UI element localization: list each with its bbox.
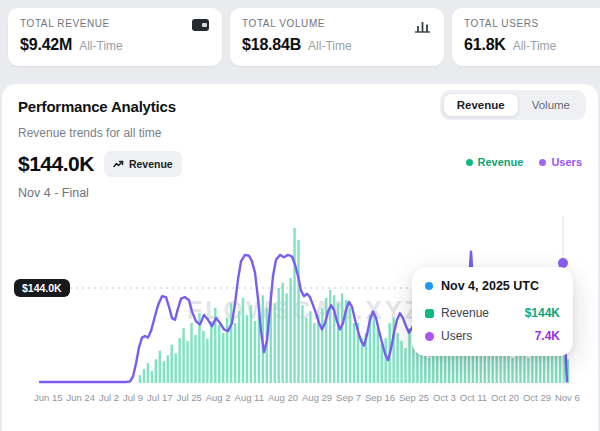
revenue-bar <box>289 278 291 383</box>
revenue-bar <box>499 355 501 383</box>
legend-item-revenue[interactable]: Revenue <box>466 156 524 168</box>
legend-item-users[interactable]: Users <box>539 156 582 168</box>
x-tick: Oct 20 <box>491 392 519 403</box>
revenue-bar <box>139 375 141 383</box>
x-tick: Sep 7 <box>336 392 361 403</box>
revenue-bar <box>143 369 145 383</box>
revenue-bar <box>511 358 513 383</box>
revenue-bar <box>353 323 355 383</box>
revenue-bar <box>242 298 244 383</box>
legend-dot-icon <box>539 159 546 166</box>
x-tick: Jun 15 <box>34 392 63 403</box>
stat-card-label: TOTAL VOLUME <box>242 18 432 29</box>
toggle-option-revenue[interactable]: Revenue <box>443 93 519 117</box>
revenue-bar <box>202 331 204 383</box>
chart-tooltip: Nov 4, 2025 UTC Revenue$144KUsers7.4K <box>412 267 573 356</box>
badge-label: Revenue <box>129 158 173 170</box>
stat-card-label: TOTAL USERS <box>464 18 600 29</box>
revenue-bar <box>523 353 525 383</box>
revenue-bar <box>186 341 188 383</box>
revenue-bar <box>278 288 280 383</box>
crosshair-value-pill: $144.0K <box>14 279 70 297</box>
series-toggle: Revenue Volume <box>440 90 586 120</box>
revenue-bar <box>222 333 224 383</box>
revenue-bar <box>230 303 232 383</box>
legend-label: Users <box>551 156 582 168</box>
tooltip-series-value: $144K <box>525 306 560 320</box>
revenue-bar <box>297 240 299 383</box>
stat-cards-row: TOTAL REVENUE $9.42M All-Time TOTAL VOLU… <box>8 8 600 66</box>
revenue-bar <box>246 315 248 383</box>
revenue-bar <box>464 353 466 383</box>
revenue-bar <box>178 338 180 383</box>
revenue-bar <box>218 325 220 383</box>
revenue-bar <box>305 318 307 383</box>
toggle-option-volume[interactable]: Volume <box>519 94 583 116</box>
legend-dot-icon <box>466 159 473 166</box>
revenue-bar <box>194 335 196 383</box>
stat-card-value: $18.84B <box>242 36 301 54</box>
x-tick: Oct 29 <box>523 392 551 403</box>
highlight-value: $144.0K <box>18 152 94 176</box>
stat-card-total-users: TOTAL USERS 61.8K All-Time <box>452 8 600 66</box>
tooltip-date-dot-icon <box>425 282 433 290</box>
date-label: Nov 4 - Final <box>18 186 582 200</box>
x-axis: Jun 15Jun 24Jul 2Jul 9Jul 17Jul 25Aug 2A… <box>34 392 580 403</box>
revenue-bar <box>329 290 331 383</box>
revenue-bar <box>155 359 157 383</box>
revenue-bar <box>408 328 410 383</box>
x-tick: Jun 24 <box>67 392 96 403</box>
revenue-bar <box>285 293 287 383</box>
stat-card-period: All-Time <box>308 39 352 53</box>
x-tick: Aug 2 <box>206 392 231 403</box>
stat-card-value: $9.42M <box>20 36 72 54</box>
trend-up-icon <box>113 155 124 173</box>
tooltip-row-users: Users7.4K <box>425 329 560 343</box>
tooltip-row-revenue: Revenue$144K <box>425 306 560 320</box>
revenue-bar <box>151 371 153 383</box>
revenue-bar <box>274 303 276 383</box>
tooltip-series-marker-icon <box>425 332 434 341</box>
wallet-icon <box>192 19 210 33</box>
revenue-bar <box>373 311 375 383</box>
x-tick: Sep 16 <box>365 392 395 403</box>
tooltip-series-marker-icon <box>425 309 434 318</box>
x-tick: Jul 2 <box>99 392 119 403</box>
revenue-bar <box>527 358 529 383</box>
revenue-bar <box>404 348 406 383</box>
revenue-bar <box>159 351 161 383</box>
revenue-bar <box>167 355 169 383</box>
chart-legend: RevenueUsers <box>466 156 582 168</box>
revenue-bar <box>313 323 315 383</box>
tooltip-series-value: 7.4K <box>535 329 560 343</box>
revenue-bar <box>182 328 184 383</box>
x-tick: Aug 20 <box>268 392 298 403</box>
tooltip-rows: Revenue$144KUsers7.4K <box>425 306 560 343</box>
revenue-bar <box>301 305 303 383</box>
stat-card-total-revenue: TOTAL REVENUE $9.42M All-Time <box>8 8 222 66</box>
stat-card-period: All-Time <box>79 39 123 53</box>
revenue-bar <box>377 328 379 383</box>
revenue-bar <box>480 353 482 383</box>
stat-card-total-volume: TOTAL VOLUME $18.84B All-Time <box>230 8 444 66</box>
revenue-bar <box>238 311 240 383</box>
x-tick: Jul 17 <box>147 392 172 403</box>
legend-label: Revenue <box>478 156 524 168</box>
revenue-bar <box>424 353 426 383</box>
tooltip-series-label: Users <box>441 329 472 343</box>
x-tick: Oct 11 <box>460 392 487 403</box>
x-tick: Jul 9 <box>123 392 143 403</box>
bar-chart-icon <box>414 19 432 33</box>
revenue-bar <box>206 339 208 383</box>
revenue-bar <box>226 318 228 383</box>
x-tick: Nov 6 <box>555 392 580 403</box>
revenue-bar <box>163 361 165 383</box>
revenue-bar <box>341 293 343 383</box>
x-tick: Aug 29 <box>302 392 332 403</box>
panel-subtitle: Revenue trends for all time <box>18 126 582 140</box>
revenue-bar <box>507 353 509 383</box>
revenue-bar <box>385 338 387 383</box>
stat-card-label: TOTAL REVENUE <box>20 18 210 29</box>
revenue-bar <box>190 323 192 383</box>
revenue-bar <box>174 353 176 383</box>
